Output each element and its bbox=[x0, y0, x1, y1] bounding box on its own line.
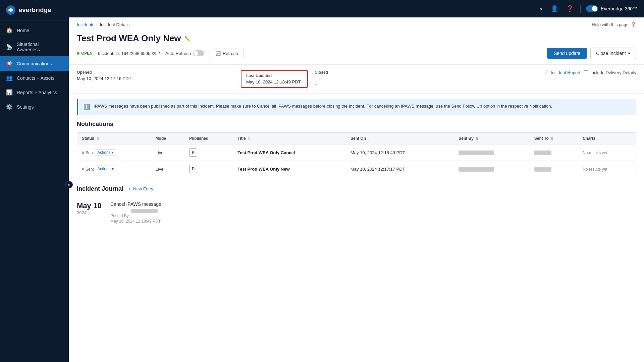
actions-button-2[interactable]: Actions ▾ bbox=[95, 166, 116, 172]
delivery-label-text: Include Delivery Details bbox=[590, 70, 636, 75]
incident-info-row: Opened May 10, 2024 12:17:16 PDT Last Up… bbox=[69, 65, 644, 94]
sent-label-2: Sent bbox=[82, 167, 94, 172]
topbar-divider bbox=[580, 5, 581, 13]
sort-title-icon[interactable]: ⇅ bbox=[248, 137, 251, 140]
sidebar-item-settings[interactable]: ⚙️ Settings bbox=[0, 100, 69, 114]
opened-sub bbox=[77, 82, 234, 86]
col-published: Published bbox=[184, 133, 233, 144]
col-title: Title ⇅ bbox=[233, 133, 346, 144]
row2-sent-to-blurred: ██████ bbox=[534, 167, 551, 172]
breadcrumb-parent[interactable]: Incidents bbox=[77, 22, 94, 27]
include-delivery-label[interactable]: Include Delivery Details bbox=[584, 70, 636, 75]
row1-published: P bbox=[184, 144, 233, 161]
row2-published: P bbox=[184, 161, 233, 177]
notifications-table: Status ⇅ Mode Published Title ⇅ bbox=[77, 132, 636, 177]
published-badge-2: P bbox=[189, 165, 197, 173]
brand-toggle[interactable] bbox=[586, 5, 598, 12]
row1-title: Test Prod WEA Only Cancel bbox=[233, 144, 346, 161]
sidebar-item-label-reports: Reports + Analytics bbox=[17, 90, 57, 95]
collapse-icon[interactable]: « bbox=[538, 4, 544, 14]
delivery-checkbox[interactable] bbox=[584, 70, 588, 75]
sidebar-nav: 🏠 Home 📡 Situational Awareness 📢 Communi… bbox=[0, 20, 69, 362]
col-status: Status ⇅ bbox=[77, 133, 151, 144]
notifications-section: Notifications Status ⇅ Mode Published bbox=[69, 121, 644, 185]
sort-sentto-icon[interactable]: ⇅ bbox=[551, 137, 553, 140]
breadcrumb-bar: Incidents › Incident Details Help with t… bbox=[69, 17, 644, 30]
sidebar-item-communications[interactable]: 📢 Communications bbox=[0, 56, 69, 71]
user-icon[interactable]: 👤 bbox=[549, 4, 559, 14]
close-incident-button[interactable]: Close Incident ▾ bbox=[590, 48, 636, 59]
sidebar-item-home[interactable]: 🏠 Home bbox=[0, 23, 69, 38]
journal-divider bbox=[77, 196, 636, 196]
row2-sent-on: May 10, 2024 12:17:17 PDT bbox=[346, 161, 454, 177]
col-mode: Mode bbox=[151, 133, 184, 144]
refresh-btn-label: Refresh bbox=[223, 51, 238, 56]
status-dot bbox=[77, 52, 79, 55]
sort-sentby-icon[interactable]: ⇅ bbox=[476, 137, 478, 140]
sort-senton-icon[interactable]: ↓ bbox=[368, 137, 370, 140]
sidebar-item-reports-analytics[interactable]: 📊 Reports + Analytics bbox=[0, 85, 69, 100]
incident-report-label: Incident Report bbox=[551, 70, 580, 75]
row1-mode: Live bbox=[151, 144, 184, 161]
table-header-row: Status ⇅ Mode Published Title ⇅ bbox=[77, 133, 636, 144]
sort-status-icon[interactable]: ⇅ bbox=[96, 137, 99, 140]
incident-id: Incident ID: 1642259665659252 bbox=[98, 51, 160, 56]
posted-by-label: Posted By: bbox=[110, 214, 130, 218]
status-badge: OPEN bbox=[77, 51, 93, 56]
journal-message: Cancel IPAWS message. bbox=[110, 201, 636, 207]
row1-sent-to-blurred: ██████ bbox=[534, 150, 551, 155]
closed-box: Closed -- -- bbox=[308, 70, 479, 86]
closed-value: -- bbox=[315, 76, 472, 81]
app-logo-text: everbridge bbox=[19, 7, 51, 14]
sidebar-collapse-button[interactable]: ‹‹ bbox=[65, 181, 73, 188]
alert-banner: ℹ️ IPAWS messages have been published as… bbox=[77, 99, 636, 115]
table-row: Sent Actions ▾ Live P Test Prod bbox=[77, 161, 636, 177]
auto-refresh-label: Auto Refresh bbox=[165, 51, 191, 56]
journal-datetime: May 10, 2024 12:18:49 PDT bbox=[110, 219, 636, 224]
journal-date: May 10 2024 bbox=[77, 201, 104, 224]
sent-label-1: Sent bbox=[82, 150, 94, 155]
row1-sent-by: ██████ ██████ bbox=[454, 144, 529, 161]
alert-info-icon: ℹ️ bbox=[84, 103, 90, 111]
edit-icon[interactable]: ✏️ bbox=[184, 36, 190, 41]
sidebar: everbridge 🏠 Home 📡 Situational Awarenes… bbox=[0, 0, 69, 362]
closed-sub: -- bbox=[315, 82, 472, 86]
sidebar-item-contacts-assets[interactable]: 👥 Contacts + Assets bbox=[0, 71, 69, 85]
journal-date-day: May 10 bbox=[77, 201, 104, 210]
row2-sent-by: ██████ ██████ bbox=[454, 161, 529, 177]
help-icon[interactable]: ❓ bbox=[565, 4, 575, 14]
incident-meta-right: Send update Close Incident ▾ bbox=[547, 48, 636, 59]
published-badge-1: P bbox=[189, 148, 197, 157]
incident-header: Test Prod WEA Only New ✏️ OPEN Incident … bbox=[69, 30, 644, 65]
refresh-icon: 🔄 bbox=[215, 51, 221, 56]
auto-refresh-toggle[interactable] bbox=[193, 50, 204, 56]
everbridge-logo-icon bbox=[5, 5, 16, 15]
actions-button-1[interactable]: Actions ▾ bbox=[95, 149, 116, 156]
breadcrumb-current: Incident Details bbox=[100, 22, 129, 27]
sent-dot-1 bbox=[82, 152, 84, 154]
help-with-page-link[interactable]: Help with this page ❓ bbox=[592, 22, 636, 27]
help-link-text: Help with this page bbox=[592, 22, 629, 27]
new-entry-button[interactable]: ＋ New Entry bbox=[127, 186, 153, 192]
row2-sent-by-blurred: ██████ ██████ bbox=[459, 167, 494, 172]
row1-sent-on: May 10, 2024 12:18:49 PDT bbox=[346, 144, 454, 161]
svg-point-1 bbox=[9, 9, 12, 11]
send-update-button[interactable]: Send update bbox=[547, 48, 587, 59]
breadcrumb-separator: › bbox=[96, 22, 98, 27]
row2-status: Sent Actions ▾ bbox=[77, 161, 151, 177]
incident-meta-row: OPEN Incident ID: 1642259665659252 Auto … bbox=[77, 48, 636, 59]
topbar: « 👤 ❓ Everbridge 360™ bbox=[69, 0, 644, 17]
sent-dot-2 bbox=[82, 168, 84, 170]
refresh-button[interactable]: 🔄 Refresh bbox=[210, 49, 244, 58]
main-content: Incidents › Incident Details Help with t… bbox=[69, 17, 644, 362]
incident-meta-left: OPEN Incident ID: 1642259665659252 Auto … bbox=[77, 49, 244, 58]
actions-chevron-2: ▾ bbox=[112, 167, 114, 171]
incident-report-link[interactable]: 📄 Incident Report bbox=[543, 70, 580, 75]
topbar-brand: Everbridge 360™ bbox=[586, 5, 637, 12]
journal-header: Incident Journal ＋ New Entry bbox=[77, 185, 636, 192]
sidebar-item-situational-awareness[interactable]: 📡 Situational Awareness bbox=[0, 38, 69, 56]
send-update-label: Send update bbox=[554, 51, 580, 56]
incident-id-label: Incident ID: bbox=[98, 51, 120, 56]
row1-status: Sent Actions ▾ bbox=[77, 144, 151, 161]
new-entry-label: New Entry bbox=[133, 186, 153, 191]
